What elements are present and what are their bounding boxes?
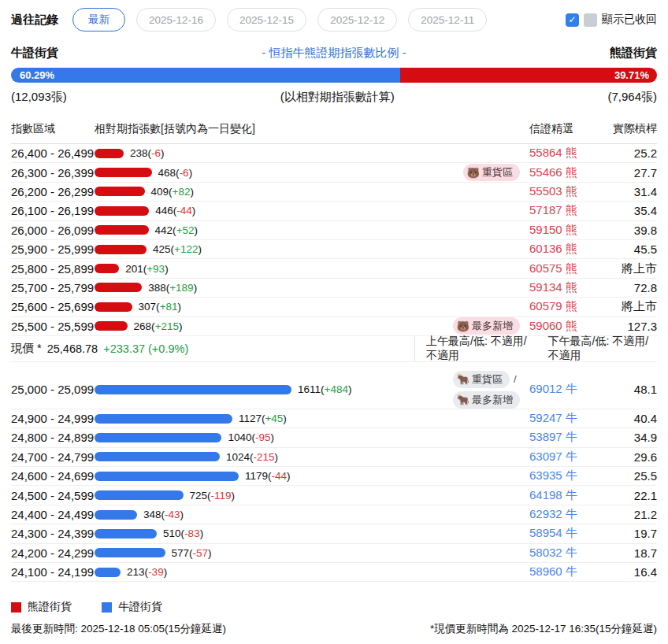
pick-link[interactable]: 63935 牛 — [529, 468, 599, 483]
one-day-change: +52 — [176, 224, 195, 236]
badge-group: 🐂重貨區/🐂最多新增 — [447, 371, 520, 409]
contracts-cell: 1611(+484) — [95, 383, 447, 395]
bull-street-label: 牛證街貨 — [11, 46, 58, 61]
one-day-change: +45 — [265, 413, 283, 424]
contracts-value: 201(+93) — [125, 263, 168, 275]
pick-link[interactable]: 59134 熊 — [529, 280, 599, 295]
table-row: 24,700 - 24,7991024(-215)63097 牛29.6 — [11, 448, 657, 467]
badge-group: 🐻最多新增 — [447, 317, 520, 335]
one-day-change: -119 — [211, 490, 232, 502]
index-range-label: 24,300 - 24,399 — [11, 527, 95, 540]
volume-bar — [95, 149, 124, 158]
table-row: 26,100 - 26,199446(-44)57187 熊35.4 — [11, 202, 657, 220]
pick-link[interactable]: 63097 牛 — [529, 450, 599, 464]
leverage-value: 45.5 — [599, 242, 657, 256]
table-row: 24,200 - 24,299577(-57)58032 牛18.7 — [11, 544, 657, 563]
bull-ratio-segment: 60.29% — [11, 68, 400, 83]
one-day-change: +81 — [160, 301, 178, 313]
contracts-value: 446(-44) — [155, 205, 195, 217]
one-day-change: +93 — [147, 263, 165, 275]
contracts-value: 1611(+484) — [298, 383, 351, 395]
contracts-value: 725(-119) — [190, 490, 236, 502]
contracts-value: 238(-6) — [130, 147, 165, 159]
pick-link[interactable]: 58960 牛 — [529, 564, 599, 579]
leverage-value: 25.5 — [599, 469, 657, 483]
badge-heavy-zone: 🐻重貨區 — [463, 164, 520, 181]
badge-line: 🐻重貨區 — [463, 164, 520, 181]
history-button-2025-12-15[interactable]: 2025-12-15 — [227, 8, 306, 31]
history-button-最新[interactable]: 最新 — [72, 8, 125, 31]
contracts-value: 213(-39) — [127, 566, 167, 578]
table-row: 25,800 - 25,899201(+93)60575 熊將上市 — [11, 259, 657, 278]
legend-item-bear: 熊證街貨 — [11, 600, 72, 614]
ratio-labels: 牛證街貨 - 恒指牛熊證期指張數比例 - 熊證街貨 — [11, 46, 657, 61]
one-day-change: -95 — [255, 431, 271, 443]
history-button-2025-12-16[interactable]: 2025-12-16 — [136, 8, 216, 31]
badge-most-added: 🐻最多新增 — [453, 317, 520, 335]
volume-bar — [95, 264, 119, 273]
pick-link[interactable]: 69012 牛 — [529, 382, 599, 397]
leverage-value: 72.8 — [599, 281, 657, 294]
contracts-value: 425(+122) — [153, 243, 202, 255]
pick-link[interactable]: 58032 牛 — [529, 546, 599, 561]
ratio-title: - 恒指牛熊證期指張數比例 - — [58, 46, 610, 61]
volume-bar — [95, 490, 184, 500]
volume-bar — [95, 414, 232, 424]
pick-link[interactable]: 55503 熊 — [529, 184, 599, 199]
leverage-value: 16.4 — [599, 565, 657, 579]
bull-bear-street-volume-page: 過往記錄 最新2025-12-162025-12-152025-12-12202… — [0, 0, 668, 644]
one-day-change: +122 — [174, 243, 198, 255]
history-button-2025-12-12[interactable]: 2025-12-12 — [317, 8, 397, 31]
current-price-label: 現價 * — [11, 341, 42, 356]
price-update-time: *現價更新時間為 2025-12-17 16:35(15分鐘延遲) — [430, 622, 657, 636]
pick-link[interactable]: 60136 熊 — [529, 242, 599, 257]
leverage-value: 40.4 — [599, 412, 657, 425]
pick-link[interactable]: 64198 牛 — [529, 488, 599, 503]
pick-link[interactable]: 55864 熊 — [529, 146, 599, 161]
bear-street-label: 熊證街貨 — [610, 46, 657, 61]
index-range-label: 24,900 - 24,999 — [11, 412, 95, 425]
volume-bar — [95, 472, 239, 481]
history-button-2025-12-11[interactable]: 2025-12-11 — [408, 8, 487, 31]
pick-link[interactable]: 60575 熊 — [529, 261, 599, 276]
badge-group: 🐻重貨區 — [457, 164, 520, 181]
pick-link[interactable]: 59150 熊 — [529, 223, 599, 238]
contracts-cell: 409(+82) — [95, 186, 514, 198]
pick-link[interactable]: 59060 熊 — [529, 319, 599, 334]
table-row: 25,000 - 25,0991611(+484)🐂重貨區/🐂最多新增69012… — [11, 371, 657, 409]
index-range-label: 26,200 - 26,299 — [11, 185, 95, 198]
contracts-cell: 201(+93) — [95, 263, 514, 275]
contracts-cell: 468(-6) — [95, 167, 457, 179]
index-range-label: 25,900 - 25,999 — [11, 242, 95, 256]
contracts-value: 409(+82) — [151, 186, 194, 198]
contracts-value: 268(+215) — [134, 320, 183, 332]
pick-link[interactable]: 59247 牛 — [529, 411, 599, 426]
contracts-cell: 348(-43) — [95, 509, 514, 520]
pick-link[interactable]: 60579 熊 — [529, 299, 599, 314]
morning-high-low: 上午最高/低: 不適用/不適用 — [426, 335, 536, 363]
legend: 熊證街貨牛證街貨 — [11, 600, 657, 622]
current-price-row: 現價 * 25,468.78 +233.37 (+0.9%) 上午最高/低: 不… — [11, 336, 657, 362]
index-range-label: 24,500 - 24,599 — [11, 489, 95, 502]
header-leverage: 實際槓桿 — [599, 122, 657, 136]
badge-line: 🐂重貨區/ — [453, 371, 517, 388]
last-update-time: 最後更新時間: 2025-12-18 05:05(15分鐘延遲) — [11, 622, 226, 636]
badge-heavy-zone: 🐂重貨區 — [453, 371, 510, 388]
contracts-cell: 1179(-44) — [95, 470, 514, 482]
volume-bar — [95, 321, 128, 331]
bear-total-count: (7,964張) — [607, 90, 657, 105]
pick-link[interactable]: 58954 牛 — [529, 526, 599, 541]
bull-bear-ratio-bar: 60.29% 39.71% — [11, 68, 657, 83]
legend-item-bull: 牛證街貨 — [102, 600, 162, 614]
bear-icon: 🐻 — [467, 167, 480, 179]
one-day-change: -44 — [272, 470, 288, 482]
pick-link[interactable]: 57187 熊 — [529, 203, 599, 218]
contracts-cell: 1040(-95) — [95, 431, 514, 443]
pick-link[interactable]: 62932 牛 — [529, 507, 599, 522]
pick-link[interactable]: 55466 熊 — [529, 165, 599, 180]
pick-link[interactable]: 53897 牛 — [529, 430, 599, 445]
bull-ratio-percent: 60.29% — [20, 69, 54, 81]
volume-bar — [95, 187, 145, 196]
show-recalled-checkbox[interactable]: ✓ — [566, 13, 579, 27]
one-day-change: -215 — [253, 451, 274, 463]
